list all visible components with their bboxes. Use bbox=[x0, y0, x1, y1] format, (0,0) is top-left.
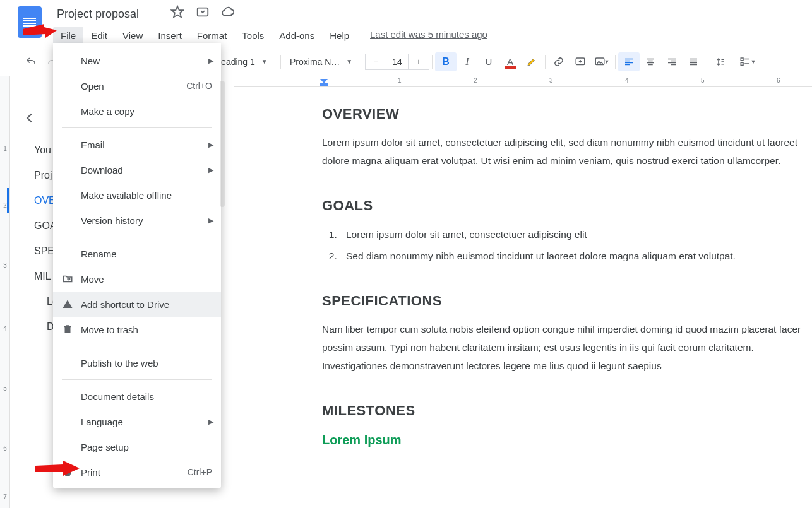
menu-item-move[interactable]: Move bbox=[53, 266, 221, 292]
menu-view[interactable]: View bbox=[115, 27, 150, 45]
font-size-increase[interactable]: + bbox=[408, 54, 429, 70]
menu-tools[interactable]: Tools bbox=[234, 27, 272, 45]
menu-label: Make a copy bbox=[81, 106, 134, 117]
undo-button[interactable] bbox=[20, 52, 42, 71]
vruler-tick: 1 bbox=[1, 145, 9, 152]
menu-item-trash[interactable]: Move to trash bbox=[53, 317, 221, 342]
menu-label: Open bbox=[81, 81, 104, 92]
underline-button[interactable]: U bbox=[478, 52, 499, 71]
outline-back-button[interactable] bbox=[19, 107, 40, 129]
font-size-stepper[interactable]: − 14 + bbox=[365, 54, 429, 70]
star-icon[interactable] bbox=[170, 5, 184, 21]
cloud-status-icon[interactable] bbox=[221, 5, 235, 21]
submenu-arrow-icon: ▶ bbox=[208, 418, 213, 426]
trash-icon bbox=[61, 322, 75, 336]
menu-item-open[interactable]: Open Ctrl+O bbox=[53, 73, 221, 98]
subheading-lorem[interactable]: Lorem Ipsum bbox=[322, 433, 812, 447]
heading-specs[interactable]: SPECIFICATIONS bbox=[322, 293, 812, 309]
font-label: Proxima N… bbox=[290, 57, 340, 67]
menu-label: Language bbox=[81, 416, 123, 427]
menu-shortcut: Ctrl+O bbox=[186, 81, 212, 91]
svg-marker-10 bbox=[35, 461, 80, 476]
font-size-value[interactable]: 14 bbox=[386, 54, 408, 70]
checklist-button[interactable]: ▼ bbox=[737, 52, 758, 71]
heading-goals[interactable]: GOALS bbox=[322, 198, 812, 214]
menu-item-add-shortcut[interactable]: Add shortcut to Drive bbox=[53, 292, 221, 317]
paragraph[interactable]: Lorem ipsum dolor sit amet, consectetuer… bbox=[322, 134, 812, 170]
chevron-down-icon: ▼ bbox=[346, 58, 352, 65]
horizontal-ruler: 1 2 3 4 5 6 bbox=[234, 76, 812, 87]
submenu-arrow-icon: ▶ bbox=[208, 166, 213, 174]
heading-milestones[interactable]: MILESTONES bbox=[322, 403, 812, 419]
vruler-tick: 6 bbox=[1, 445, 9, 452]
insert-link-button[interactable] bbox=[548, 52, 570, 71]
menu-item-make-copy[interactable]: Make a copy bbox=[53, 98, 221, 124]
svg-marker-8 bbox=[63, 300, 73, 308]
menu-insert[interactable]: Insert bbox=[150, 27, 189, 45]
menu-item-details[interactable]: Document details bbox=[53, 384, 221, 409]
italic-button[interactable]: I bbox=[457, 52, 478, 71]
hruler-tick: 5 bbox=[701, 77, 705, 84]
paragraph[interactable]: Nam liber tempor cum soluta nobis eleife… bbox=[322, 321, 812, 375]
align-right-button[interactable] bbox=[661, 52, 683, 71]
align-left-button[interactable] bbox=[618, 52, 640, 71]
menu-label: Publish to the web bbox=[81, 358, 158, 369]
menu-label: Move bbox=[81, 274, 104, 285]
vruler-tick: 4 bbox=[1, 325, 9, 332]
svg-marker-6 bbox=[320, 79, 328, 83]
document-title[interactable]: Project proposal bbox=[57, 8, 139, 21]
vruler-tick: 7 bbox=[1, 493, 9, 500]
menu-item-page-setup[interactable]: Page setup bbox=[53, 434, 221, 459]
menu-addons[interactable]: Add-ons bbox=[272, 27, 322, 45]
chevron-down-icon: ▼ bbox=[261, 58, 268, 65]
menu-label: Page setup bbox=[81, 442, 129, 452]
menu-item-offline[interactable]: Make available offline bbox=[53, 182, 221, 208]
menu-label: Move to trash bbox=[81, 324, 138, 335]
align-justify-button[interactable] bbox=[683, 52, 704, 71]
menu-item-language[interactable]: Language ▶ bbox=[53, 409, 221, 434]
menu-label: New bbox=[81, 56, 100, 66]
vruler-tick: 3 bbox=[1, 262, 9, 269]
menu-label: Rename bbox=[81, 249, 117, 259]
menu-item-version-history[interactable]: Version history ▶ bbox=[53, 208, 221, 233]
line-spacing-button[interactable] bbox=[710, 52, 731, 71]
indent-marker-icon[interactable] bbox=[319, 78, 328, 88]
list-item[interactable]: Lorem ipsum dolor sit amet, consectetuer… bbox=[340, 225, 812, 244]
hruler-tick: 6 bbox=[777, 77, 780, 84]
menu-label: Print bbox=[81, 467, 100, 478]
submenu-arrow-icon: ▶ bbox=[208, 216, 213, 225]
menu-item-new[interactable]: New ▶ bbox=[53, 48, 221, 73]
svg-rect-7 bbox=[320, 83, 328, 86]
last-edit-link[interactable]: Last edit was 5 minutes ago bbox=[370, 29, 487, 40]
svg-rect-5 bbox=[741, 62, 743, 65]
menu-label: Add shortcut to Drive bbox=[81, 299, 169, 310]
text-color-button[interactable]: A bbox=[499, 52, 521, 71]
hruler-tick: 4 bbox=[625, 77, 629, 84]
svg-rect-3 bbox=[595, 58, 604, 65]
bold-button[interactable]: B bbox=[435, 52, 457, 71]
annotation-arrow-page-setup bbox=[35, 461, 80, 477]
heading-overview[interactable]: OVERVIEW bbox=[322, 106, 812, 122]
font-size-decrease[interactable]: − bbox=[365, 54, 386, 70]
menu-item-email[interactable]: Email ▶ bbox=[53, 132, 221, 157]
highlight-color-button[interactable] bbox=[521, 52, 542, 71]
submenu-arrow-icon: ▶ bbox=[208, 141, 213, 149]
vruler-tick: 5 bbox=[1, 385, 9, 392]
menu-item-download[interactable]: Download ▶ bbox=[53, 157, 221, 182]
submenu-arrow-icon: ▶ bbox=[208, 57, 213, 65]
add-comment-button[interactable] bbox=[570, 52, 591, 71]
list-item[interactable]: Sed diam nonummy nibh euismod tincidunt … bbox=[340, 247, 812, 265]
menu-format[interactable]: Format bbox=[189, 27, 235, 45]
insert-image-button[interactable]: ▼ bbox=[591, 52, 612, 71]
document-canvas[interactable]: OVERVIEW Lorem ipsum dolor sit amet, con… bbox=[246, 88, 812, 508]
move-icon[interactable] bbox=[196, 5, 210, 21]
vertical-ruler: 1 2 3 4 5 6 7 bbox=[0, 76, 10, 508]
align-center-button[interactable] bbox=[640, 52, 661, 71]
menu-item-publish[interactable]: Publish to the web bbox=[53, 350, 221, 375]
menu-label: Document details bbox=[81, 391, 154, 402]
menu-help[interactable]: Help bbox=[322, 27, 357, 45]
menu-item-rename[interactable]: Rename bbox=[53, 241, 221, 266]
folder-move-icon bbox=[61, 272, 75, 286]
font-select[interactable]: Proxima N… ▼ bbox=[284, 52, 359, 71]
menu-edit[interactable]: Edit bbox=[83, 27, 115, 45]
